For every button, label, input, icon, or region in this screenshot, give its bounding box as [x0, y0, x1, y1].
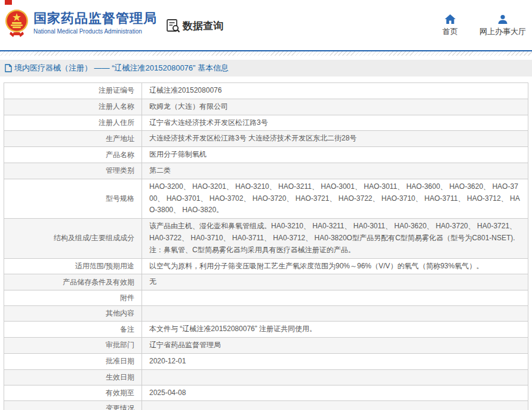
- row-label: 管理类别: [4, 163, 142, 179]
- table-row: 其他内容: [4, 306, 528, 322]
- table-row: 备注本文件与 “辽械注准20152080076” 注册证共同使用。: [4, 322, 528, 338]
- red-flag-decoration: [5, 0, 12, 5]
- table-row: 型号规格HAO-3200、 HAO-3201、 HAO-3210、 HAO-32…: [4, 179, 528, 218]
- document-icon: [5, 64, 12, 72]
- row-value: 无: [142, 274, 528, 290]
- row-label: 其他内容: [4, 306, 142, 322]
- table-row: 注册证编号辽械注准20152080076: [4, 83, 528, 99]
- row-value: 2020-12-01: [142, 353, 528, 369]
- agency-titles: 国家药品监督管理局 National Medical Products Admi…: [33, 11, 157, 35]
- table-row: 适用范围/预期用途以空气为原料，利用分子筛变压吸附工艺生产氧浓度范围为90%～9…: [4, 258, 528, 274]
- row-label: 适用范围/预期用途: [4, 258, 142, 274]
- row-label: 生产地址: [4, 131, 142, 147]
- row-value: 第二类: [142, 163, 528, 179]
- row-label: 型号规格: [4, 179, 142, 218]
- registration-detail-table: 注册证编号辽械注准20152080076注册人名称欧姆龙（大连）有限公司注册人住…: [4, 82, 528, 410]
- row-label: 注册人住所: [4, 115, 142, 131]
- table-row: 生产地址大连经济技术开发区松江路3号 大连经济技术开发区东北二街28号: [4, 131, 528, 147]
- agency-subtitle: National Medical Products Administration: [33, 28, 157, 35]
- table-row: 注册人名称欧姆龙（大连）有限公司: [4, 99, 528, 115]
- row-label: 结构及组成/主要组成成分: [4, 219, 142, 258]
- table-row: 管理类别第二类: [4, 163, 528, 179]
- data-query-label: 数据查询: [183, 19, 223, 33]
- spacer: [0, 56, 532, 60]
- breadcrumb: 境内医疗器械（注册） —— “辽械注准20152080076” 基本信息: [0, 60, 532, 77]
- national-emblem-icon: [5, 8, 29, 37]
- row-value: 辽械注准20152080076: [142, 83, 528, 99]
- row-label: 注册人名称: [4, 99, 142, 115]
- table-row: 生效日期: [4, 369, 528, 385]
- row-value: HAO-3200、 HAO-3201、 HAO-3210、 HAO-3211、 …: [142, 179, 528, 218]
- row-value: [142, 290, 528, 306]
- table-row: 有效期至2025-04-08: [4, 385, 528, 401]
- table-row: 结构及组成/主要组成成分该产品由主机、湿化壶和鼻氧管组成。HA0-3210、 H…: [4, 219, 528, 258]
- table-row: 变更情况: [4, 401, 528, 410]
- row-value: [142, 369, 528, 385]
- table-row: 批准日期2020-12-01: [4, 353, 528, 369]
- top-nav: 首页 网上办事大厅: [421, 14, 526, 37]
- nav-home-label: 首页: [442, 26, 458, 37]
- nav-home[interactable]: 首页: [442, 14, 458, 37]
- home-icon: [445, 14, 456, 24]
- row-label: 审批部门: [4, 337, 142, 353]
- data-query-icon: [165, 18, 181, 33]
- breadcrumb-title: 境内医疗器械（注册） —— “辽械注准20152080076” 基本信息: [14, 63, 229, 74]
- row-value: 本文件与 “辽械注准20152080076” 注册证共同使用。: [142, 322, 528, 338]
- spacer: [0, 77, 532, 82]
- stripe-decoration: [0, 51, 532, 56]
- row-label: 备注: [4, 322, 142, 338]
- row-label: 注册证编号: [4, 83, 142, 99]
- row-label: 附件: [4, 290, 142, 306]
- table-row: 附件: [4, 290, 528, 306]
- row-value: 欧姆龙（大连）有限公司: [142, 99, 528, 115]
- nav-online-hall[interactable]: 网上办事大厅: [479, 14, 526, 37]
- nav-hall-label: 网上办事大厅: [479, 26, 526, 37]
- table-row: 审批部门辽宁省药品监督管理局: [4, 337, 528, 353]
- row-value: [142, 306, 528, 322]
- table-row: 注册人住所辽宁省大连经济技术开发区松江路3号: [4, 115, 528, 131]
- row-value: 2025-04-08: [142, 385, 528, 401]
- row-label: 有效期至: [4, 385, 142, 401]
- row-label: 产品储存条件及有效期: [4, 274, 142, 290]
- row-value: 以空气为原料，利用分子筛变压吸附工艺生产氧浓度范围为90%～96%（V/V）的氧…: [142, 258, 528, 274]
- row-label: 批准日期: [4, 353, 142, 369]
- row-label: 变更情况: [4, 401, 142, 410]
- row-value: 医用分子筛制氧机: [142, 147, 528, 163]
- row-value: 辽宁省大连经济技术开发区松江路3号: [142, 115, 528, 131]
- data-query-module: 数据查询: [165, 18, 223, 33]
- row-value: [142, 401, 528, 410]
- row-label: 产品名称: [4, 147, 142, 163]
- agency-logo-block: 国家药品监督管理局 National Medical Products Admi…: [5, 8, 157, 37]
- agency-title: 国家药品监督管理局: [33, 11, 157, 26]
- row-label: 生效日期: [4, 369, 142, 385]
- table-row: 产品名称医用分子筛制氧机: [4, 147, 528, 163]
- row-value: 大连经济技术开发区松江路3号 大连经济技术开发区东北二街28号: [142, 131, 528, 147]
- row-value: 该产品由主机、湿化壶和鼻氧管组成。HA0-3210、 HA0-3211、 HA0…: [142, 219, 528, 258]
- row-value: 辽宁省药品监督管理局: [142, 337, 528, 353]
- user-icon: [497, 14, 508, 24]
- table-row: 产品储存条件及有效期无: [4, 274, 528, 290]
- site-header: 国家药品监督管理局 National Medical Products Admi…: [0, 0, 532, 50]
